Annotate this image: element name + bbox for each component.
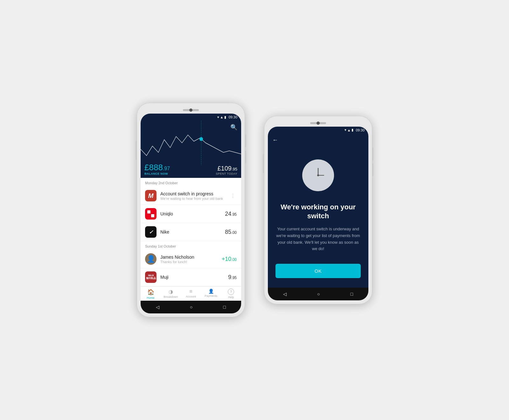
battery-icon-2: ▮ xyxy=(352,128,353,132)
spent-amount: £109.95 xyxy=(216,165,237,172)
recent-button-2[interactable]: □ xyxy=(351,291,353,297)
balance-label: BALANCE NOW xyxy=(144,172,170,175)
list-item[interactable]: ✓ Nike 85.00 xyxy=(141,223,241,241)
wifi-icon: ▾ xyxy=(217,115,219,119)
clock-svg xyxy=(305,163,331,188)
signal-icon-2: ▲ xyxy=(347,128,351,132)
transaction-list: Monday 2nd October M Account switch in p… xyxy=(141,178,241,286)
vol-up-btn-2[interactable] xyxy=(372,148,373,160)
nav-account-label: Account xyxy=(186,295,196,298)
person-avatar: 👤 xyxy=(145,253,157,265)
list-item[interactable]: 👤 James Nicholson Thanks for lunch! +10.… xyxy=(141,250,241,268)
power-btn-2[interactable] xyxy=(263,154,264,173)
status-time-2: 09:30 xyxy=(356,128,365,132)
battery-icon: ▮ xyxy=(224,115,226,119)
bottom-nav: 🏠 Home ◑ Breakdown ≡ Account 👤 Payments … xyxy=(141,286,241,301)
amount-val: 9 xyxy=(228,274,231,280)
uniqlo-icon xyxy=(145,208,157,220)
tx-name-james: James Nicholson xyxy=(160,255,218,260)
amount-pence: .95 xyxy=(231,276,237,280)
tx-name-nike: Nike xyxy=(160,229,221,234)
phone-1-screen: ▾ ▲ ▮ 09:30 🔍 £888.97 xyxy=(141,114,241,313)
chart-area: 🔍 £888.97 BALANCE NOW xyxy=(141,121,241,178)
status-icons-2: ▾ ▲ ▮ 09:30 xyxy=(345,128,365,132)
svg-point-4 xyxy=(317,174,319,176)
amount-val: 85 xyxy=(225,229,231,235)
home-icon: 🏠 xyxy=(147,289,154,296)
person-face: 👤 xyxy=(147,255,155,263)
list-item[interactable]: M Account switch in progress We're waiti… xyxy=(141,187,241,205)
tx-name-switch: Account switch in progress xyxy=(160,191,225,196)
status-time-1: 09:30 xyxy=(228,115,237,119)
tx-name-muji: Muji xyxy=(160,275,224,280)
nav-help-label: Help xyxy=(228,296,234,299)
tx-info-switch: Account switch in progress We're waiting… xyxy=(160,191,225,200)
signal-icon: ▲ xyxy=(220,115,224,119)
balance-pence: .97 xyxy=(163,166,170,171)
tx-sub-switch: We're waiting to hear from your old bank xyxy=(160,197,225,200)
back-button-area[interactable]: ← xyxy=(268,134,368,147)
monzo-logo: M xyxy=(148,192,154,200)
list-item[interactable]: MUJI無印良品 Muji 9.95 xyxy=(141,268,241,286)
nike-logo: ✓ xyxy=(149,229,153,235)
status-bar-1: ▾ ▲ ▮ 09:30 xyxy=(141,114,241,121)
phone-1: ▾ ▲ ▮ 09:30 🔍 £888.97 xyxy=(137,103,245,317)
breakdown-icon: ◑ xyxy=(169,289,173,295)
home-button-1[interactable]: ○ xyxy=(190,304,192,310)
list-item[interactable]: Uniqlo 24.95 xyxy=(141,205,241,223)
nav-account[interactable]: ≡ Account xyxy=(183,289,199,299)
status-icons-1: ▾ ▲ ▮ 09:30 xyxy=(217,115,237,119)
balance-chart xyxy=(141,121,241,165)
nav-breakdown[interactable]: ◑ Breakdown xyxy=(163,289,179,299)
home-button-2[interactable]: ○ xyxy=(317,291,320,297)
muji-logo: MUJI無印良品 xyxy=(146,274,156,280)
svg-point-1 xyxy=(199,137,203,141)
nav-breakdown-label: Breakdown xyxy=(164,295,178,298)
tx-name-uniqlo: Uniqlo xyxy=(160,211,221,216)
vol-down-btn[interactable] xyxy=(245,150,246,163)
switch-screen-main: We're working on your switch Your curren… xyxy=(268,147,368,288)
tx-amount-james: +10.00 xyxy=(222,256,237,262)
phone-2-screen: · ▾ ▲ ▮ 09:30 ← We're work xyxy=(268,127,368,300)
recent-button-1[interactable]: □ xyxy=(223,304,226,310)
nav-home-label: Home xyxy=(147,296,155,299)
power-btn[interactable] xyxy=(136,141,137,160)
uniqlo-logo xyxy=(147,210,154,217)
amount-pence: .00 xyxy=(231,257,237,262)
tx-amount-muji: 9.95 xyxy=(228,274,237,281)
spent-value: £109 xyxy=(217,165,232,172)
tx-info-muji: Muji xyxy=(160,275,224,280)
more-icon[interactable]: ⋮ xyxy=(229,193,237,199)
monzo-icon: M xyxy=(145,190,157,201)
vol-down-btn-2[interactable] xyxy=(372,164,373,176)
clock-icon xyxy=(302,159,334,191)
tx-amount-nike: 85.00 xyxy=(225,229,237,235)
back-button-1[interactable]: ◁ xyxy=(156,304,159,310)
ok-button[interactable]: OK xyxy=(275,264,361,278)
tx-info-uniqlo: Uniqlo xyxy=(160,211,221,216)
amount-val: +10 xyxy=(222,256,232,262)
amount-val: 24 xyxy=(225,211,231,217)
back-button-2[interactable]: ◁ xyxy=(283,291,287,297)
vol-up-btn[interactable] xyxy=(245,135,246,147)
payments-icon: 👤 xyxy=(208,289,214,294)
switch-title: We're working on your switch xyxy=(275,203,361,221)
balance-value: £888 xyxy=(144,163,163,172)
balance-row: £888.97 BALANCE NOW £109.95 SPENT TODAY xyxy=(141,161,241,178)
help-icon: ? xyxy=(228,289,234,295)
spent-label: SPENT TODAY xyxy=(216,172,237,175)
nav-payments[interactable]: 👤 Payments xyxy=(203,289,219,299)
tx-sub-james: Thanks for lunch! xyxy=(160,260,218,264)
tx-info-nike: Nike xyxy=(160,229,221,234)
tx-info-james: James Nicholson Thanks for lunch! xyxy=(160,255,218,264)
nav-home[interactable]: 🏠 Home xyxy=(143,289,159,299)
tx-amount-uniqlo: 24.95 xyxy=(225,211,237,217)
nav-help[interactable]: ? Help xyxy=(223,289,239,299)
amount-pence: .00 xyxy=(231,230,237,235)
back-arrow-icon: ← xyxy=(272,137,278,143)
nike-icon: ✓ xyxy=(145,226,157,238)
amount-pence: .95 xyxy=(231,212,237,217)
nav-payments-label: Payments xyxy=(205,294,217,298)
balance-amount: £888.97 xyxy=(144,163,170,172)
android-nav-1: ◁ ○ □ xyxy=(141,301,241,313)
